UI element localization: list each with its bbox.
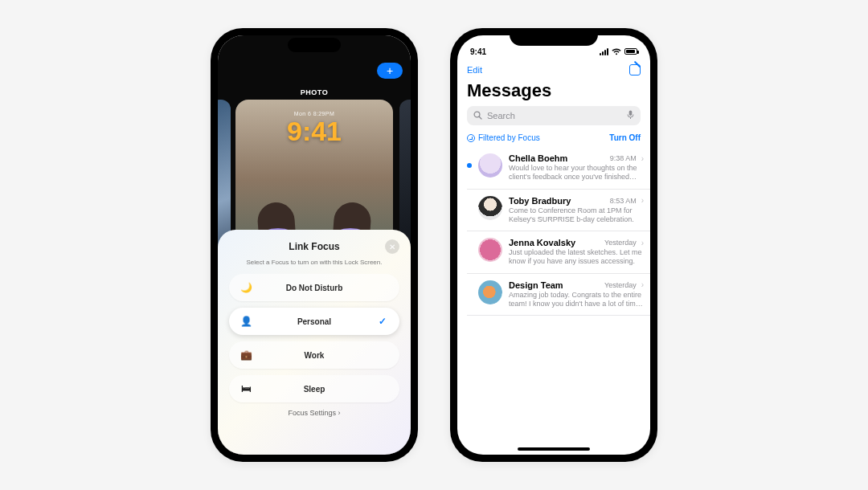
edit-button[interactable]: Edit bbox=[467, 65, 482, 75]
check-icon: ✓ bbox=[379, 316, 387, 327]
conversation-time: 9:38 AM bbox=[610, 154, 637, 162]
notch bbox=[510, 28, 598, 46]
screen-right: 9:41 Edit Messages Search bbox=[457, 35, 650, 455]
conversation-time: 8:53 AM bbox=[610, 197, 637, 205]
chevron-right-icon: › bbox=[641, 154, 644, 163]
avatar bbox=[478, 280, 502, 304]
conversation-row[interactable]: Toby Bradbury 8:53 AM › Come to Conferen… bbox=[467, 190, 650, 232]
conversation-time: Yesterday bbox=[604, 281, 637, 289]
focus-option-work[interactable]: 💼 Work bbox=[229, 341, 399, 369]
conversation-row[interactable]: Design Team Yesterday › Amazing job toda… bbox=[467, 274, 650, 316]
link-focus-sheet: Link Focus ✕ Select a Focus to turn on w… bbox=[218, 230, 411, 455]
focus-option-sleep[interactable]: 🛏 Sleep bbox=[229, 375, 399, 402]
chevron-right-icon: › bbox=[641, 280, 644, 289]
focus-filter-banner: Filtered by Focus Turn Off bbox=[467, 125, 641, 147]
phone-left: + PHOTO Mon 6 8:29PM 9:41 Link Focus bbox=[211, 28, 418, 462]
wallpaper-category-label: PHOTO bbox=[218, 88, 411, 96]
svg-line-1 bbox=[479, 116, 481, 119]
home-indicator[interactable] bbox=[518, 447, 590, 451]
focus-option-label: Work bbox=[305, 351, 325, 360]
screen-left: + PHOTO Mon 6 8:29PM 9:41 Link Focus bbox=[218, 35, 411, 455]
conversation-preview: Would love to hear your thoughts on the … bbox=[509, 164, 644, 182]
search-input[interactable]: Search bbox=[467, 106, 641, 125]
sheet-title: Link Focus bbox=[289, 241, 339, 252]
focus-filter-icon bbox=[467, 134, 475, 142]
avatar bbox=[478, 153, 502, 178]
focus-option-label: Sleep bbox=[304, 385, 326, 394]
close-button[interactable]: ✕ bbox=[385, 239, 399, 254]
focus-filter-label: Filtered by Focus bbox=[478, 133, 540, 142]
conversation-preview: Amazing job today. Congrats to the entir… bbox=[509, 291, 644, 309]
chevron-right-icon: › bbox=[641, 239, 644, 247]
focus-option-personal[interactable]: 👤 Personal ✓ bbox=[229, 308, 399, 335]
search-icon bbox=[473, 111, 482, 121]
focus-settings-link[interactable]: Focus Settings › bbox=[229, 409, 399, 417]
mic-icon[interactable] bbox=[627, 110, 634, 121]
chevron-right-icon: › bbox=[641, 196, 644, 205]
dynamic-island bbox=[288, 38, 341, 52]
page-title: Messages bbox=[467, 80, 641, 101]
conversation-name: Design Team bbox=[509, 280, 563, 290]
lockscreen-time: 9:41 bbox=[235, 116, 393, 147]
moon-icon: 🌙 bbox=[240, 282, 252, 293]
bed-icon: 🛏 bbox=[240, 383, 252, 394]
turn-off-filter-button[interactable]: Turn Off bbox=[609, 133, 641, 142]
avatar bbox=[478, 196, 502, 220]
conversation-time: Yesterday bbox=[604, 239, 637, 247]
briefcase-icon: 💼 bbox=[240, 349, 252, 361]
avatar bbox=[478, 238, 502, 262]
conversation-name: Chella Boehm bbox=[509, 153, 567, 163]
status-time: 9:41 bbox=[470, 47, 486, 56]
conversation-name: Jenna Kovalsky bbox=[509, 238, 575, 247]
add-wallpaper-button[interactable]: + bbox=[377, 63, 403, 79]
compose-button[interactable] bbox=[629, 64, 641, 76]
unread-dot bbox=[467, 163, 472, 168]
focus-option-dnd[interactable]: 🌙 Do Not Disturb bbox=[229, 274, 399, 301]
conversation-row[interactable]: Chella Boehm 9:38 AM › Would love to hea… bbox=[467, 147, 650, 190]
phone-right: 9:41 Edit Messages Search bbox=[450, 28, 657, 462]
focus-option-label: Do Not Disturb bbox=[286, 284, 343, 292]
conversations-list[interactable]: Chella Boehm 9:38 AM › Would love to hea… bbox=[457, 147, 650, 316]
focus-option-label: Personal bbox=[297, 317, 331, 326]
sheet-subtitle: Select a Focus to turn on with this Lock… bbox=[229, 259, 399, 266]
conversation-name: Toby Bradbury bbox=[509, 196, 571, 206]
close-icon: ✕ bbox=[389, 243, 395, 251]
cellular-signal-icon bbox=[600, 48, 608, 55]
conversation-row[interactable]: Jenna Kovalsky Yesterday › Just uploaded… bbox=[467, 231, 650, 274]
battery-icon bbox=[624, 48, 637, 55]
search-placeholder: Search bbox=[487, 111, 515, 120]
wifi-icon bbox=[612, 48, 621, 55]
conversation-preview: Come to Conference Room at 1PM for Kelse… bbox=[509, 206, 644, 225]
conversation-preview: Just uploaded the latest sketches. Let m… bbox=[509, 248, 644, 267]
plus-icon: + bbox=[387, 65, 393, 76]
svg-rect-2 bbox=[629, 111, 633, 116]
person-icon: 👤 bbox=[240, 316, 252, 327]
